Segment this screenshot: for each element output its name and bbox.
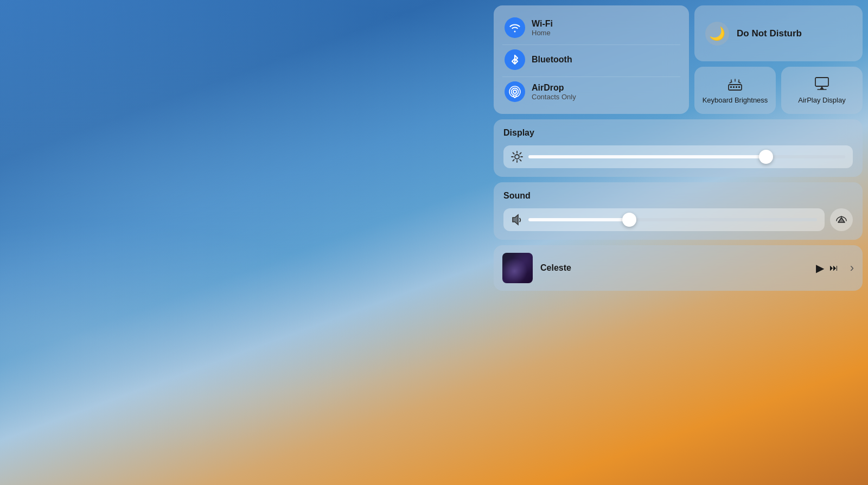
svg-point-0 xyxy=(513,90,516,93)
svg-line-20 xyxy=(520,159,521,161)
right-col: 🌙 Do Not Disturb xyxy=(694,5,863,114)
bluetooth-name: Bluetooth xyxy=(532,55,572,65)
svg-line-11 xyxy=(730,82,732,83)
sound-row xyxy=(503,208,853,231)
airdrop-name: AirDrop xyxy=(532,83,576,93)
sound-volume-track[interactable] xyxy=(528,218,817,221)
now-playing-info: Celeste xyxy=(540,263,808,273)
display-brightness-track[interactable] xyxy=(528,155,845,158)
now-playing-tile: Celeste ▶ ⏭ › xyxy=(494,245,863,291)
svg-point-1 xyxy=(512,88,519,95)
svg-point-14 xyxy=(515,155,519,159)
bluetooth-item[interactable]: Bluetooth xyxy=(502,44,680,74)
album-art-visual xyxy=(502,253,533,283)
svg-line-19 xyxy=(513,153,514,154)
display-tile: Display xyxy=(494,119,863,177)
album-art xyxy=(502,253,533,283)
display-title: Display xyxy=(503,128,853,138)
display-slider-row[interactable] xyxy=(503,145,853,168)
fast-forward-button[interactable]: ⏭ xyxy=(829,263,838,273)
keyboard-brightness-icon xyxy=(727,75,743,92)
wifi-item[interactable]: Wi-Fi Home xyxy=(502,13,680,42)
bluetooth-icon-circle xyxy=(505,49,525,70)
svg-rect-13 xyxy=(815,78,828,86)
control-center: Wi-Fi Home Bluetooth xyxy=(494,5,863,291)
bluetooth-text: Bluetooth xyxy=(532,55,572,65)
airdrop-text: AirDrop Contacts Only xyxy=(532,83,576,101)
bluetooth-icon xyxy=(509,54,521,66)
airplay-display-tile[interactable]: AirPlay Display xyxy=(781,67,863,114)
bottom-icon-row: Keyboard Brightness AirPlay Display xyxy=(694,67,863,114)
airdrop-icon-circle xyxy=(505,81,525,102)
airplay-display-label: AirPlay Display xyxy=(798,96,845,105)
do-not-disturb-tile[interactable]: 🌙 Do Not Disturb xyxy=(694,5,863,61)
do-not-disturb-icon: 🌙 xyxy=(705,22,729,46)
sound-volume-fill xyxy=(528,218,629,221)
wifi-icon xyxy=(509,22,521,34)
sound-airplay-button[interactable] xyxy=(830,208,853,231)
now-playing-chevron[interactable]: › xyxy=(850,261,854,275)
svg-marker-23 xyxy=(513,215,518,225)
wifi-name: Wi-Fi xyxy=(532,19,553,29)
wifi-text: Wi-Fi Home xyxy=(532,19,553,37)
svg-rect-7 xyxy=(738,86,740,88)
play-button[interactable]: ▶ xyxy=(816,261,824,275)
cc-top-row: Wi-Fi Home Bluetooth xyxy=(494,5,863,114)
svg-rect-4 xyxy=(730,86,732,88)
svg-rect-6 xyxy=(736,86,737,88)
airdrop-sub: Contacts Only xyxy=(532,93,576,101)
display-brightness-fill xyxy=(528,155,766,158)
keyboard-brightness-label: Keyboard Brightness xyxy=(703,96,768,105)
sound-slider-inner xyxy=(511,214,817,226)
sound-title: Sound xyxy=(503,191,853,201)
airplay-display-icon xyxy=(814,75,830,92)
sound-slider-wrap[interactable] xyxy=(503,208,825,231)
airdrop-item[interactable]: AirDrop Contacts Only xyxy=(502,76,680,106)
network-tile: Wi-Fi Home Bluetooth xyxy=(494,5,689,114)
svg-line-21 xyxy=(520,153,521,154)
sound-volume-thumb[interactable] xyxy=(622,213,636,227)
now-playing-title: Celeste xyxy=(540,263,571,272)
volume-icon xyxy=(511,214,523,226)
wifi-icon-circle xyxy=(505,17,525,38)
display-brightness-thumb[interactable] xyxy=(759,150,773,164)
svg-line-12 xyxy=(738,82,741,83)
svg-rect-5 xyxy=(733,86,735,88)
keyboard-brightness-tile[interactable]: Keyboard Brightness xyxy=(694,67,776,114)
brightness-icon xyxy=(511,151,523,163)
airdrop-icon xyxy=(508,85,521,98)
do-not-disturb-label: Do Not Disturb xyxy=(737,28,802,40)
sound-tile: Sound xyxy=(494,182,863,240)
wifi-sub: Home xyxy=(532,29,553,37)
svg-line-22 xyxy=(513,159,514,161)
now-playing-controls: ▶ ⏭ xyxy=(816,261,838,275)
